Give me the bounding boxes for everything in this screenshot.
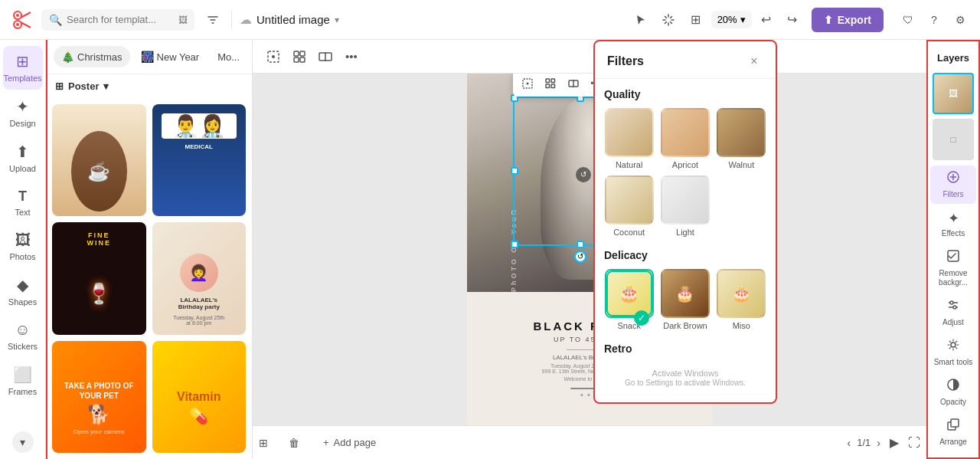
canvas-scroll[interactable]: Page 1 ⊞ ••• xyxy=(253,74,926,425)
filter-apricot-label: Apricot xyxy=(672,160,698,169)
right-tool-remove-bg[interactable]: Remove backgr... xyxy=(930,244,976,292)
template-card[interactable]: Vitamin 💊 CapCut xyxy=(152,341,247,453)
right-tool-opacity[interactable]: Opacity xyxy=(930,373,976,411)
settings-icon[interactable]: ⚙ xyxy=(949,9,971,31)
filter-dark-brown[interactable]: 🎂 Dark Brown xyxy=(660,269,710,330)
right-sidebar: Layers 🖼 □ www.typic.com ✦✦✦ UP TO 45% O… xyxy=(926,40,980,459)
file-name-chevron[interactable]: ▾ xyxy=(335,15,339,25)
image-search-icon[interactable]: 🖼 xyxy=(178,15,188,25)
right-tool-adjust[interactable]: Adjust xyxy=(930,293,976,332)
add-page-button[interactable]: + Add page xyxy=(314,432,385,453)
sel-flip-btn[interactable] xyxy=(564,74,583,93)
filter-walnut[interactable]: Walnut xyxy=(717,108,766,169)
tab-more[interactable]: Mo... xyxy=(210,47,247,67)
christmas-icon: 🎄 xyxy=(61,51,74,63)
retro-section-title: Retro xyxy=(604,343,766,355)
filters-tool-icon xyxy=(946,170,960,188)
handle-bl[interactable] xyxy=(511,241,518,248)
search-input[interactable] xyxy=(67,14,174,25)
file-name: Untitled image xyxy=(256,13,330,26)
pan-tool-btn[interactable] xyxy=(656,8,681,32)
filter-natural[interactable]: Natural xyxy=(604,108,654,169)
undo-btn[interactable]: ↩ xyxy=(755,8,778,31)
filter-natural-label: Natural xyxy=(616,160,642,169)
templates-tabs: 🎄 Christmas 🎆 New Year Mo... xyxy=(46,40,252,74)
grid-btn[interactable] xyxy=(288,45,311,68)
svg-rect-19 xyxy=(551,84,555,88)
template-card[interactable]: 👩‍🦱 LALALAEL'sBirthday party Tuesday, Au… xyxy=(152,222,247,334)
page-duplicate-btn[interactable]: ⊞ xyxy=(253,432,274,454)
filters-panel: Filters × Quality Natural xyxy=(593,40,777,404)
sidebar-templates-label: Templates xyxy=(3,74,41,84)
layer-thumb[interactable]: □ xyxy=(933,119,974,160)
layout-tool-btn[interactable]: ⊞ xyxy=(684,8,708,32)
sidebar-bottom: ▾ xyxy=(12,431,34,453)
templates-panel: 🎄 Christmas 🎆 New Year Mo... ⊞ Poster ▾ … xyxy=(46,40,253,459)
flip-btn[interactable] xyxy=(314,45,337,68)
shield-icon[interactable]: 🛡 xyxy=(897,9,919,31)
filter-coconut[interactable]: Coconut xyxy=(604,175,654,237)
help-icon[interactable]: ? xyxy=(923,9,945,31)
filter-icon[interactable] xyxy=(202,9,224,31)
sidebar-item-frames[interactable]: ⬜ Frames xyxy=(3,359,43,403)
layers-header: Layers xyxy=(928,48,978,71)
filter-light-label: Light xyxy=(676,228,694,237)
more-options-btn[interactable]: ••• xyxy=(340,45,363,68)
redo-btn[interactable]: ↪ xyxy=(781,8,804,31)
template-card-label: Vitamin xyxy=(177,390,221,404)
app-logo[interactable] xyxy=(9,8,34,32)
zoom-control[interactable]: 20% ▾ xyxy=(711,11,752,28)
sel-grid-btn[interactable] xyxy=(541,74,560,93)
page-prev-btn[interactable]: ‹ xyxy=(848,437,851,449)
adjust-tool-label: Adjust xyxy=(942,318,964,327)
sidebar-collapse-btn[interactable]: ▾ xyxy=(12,431,34,453)
sidebar-item-stickers[interactable]: ☺ Stickers xyxy=(3,315,43,358)
sidebar-item-upload[interactable]: ⬆ Upload xyxy=(3,136,43,180)
sidebar-item-text[interactable]: T Text xyxy=(3,182,43,224)
svg-point-28 xyxy=(950,301,953,304)
filter-light[interactable]: Light xyxy=(660,175,710,237)
tab-new-year[interactable]: 🎆 New Year xyxy=(133,46,207,67)
filter-miso[interactable]: 🎂 Miso xyxy=(717,269,766,330)
handle-bm[interactable] xyxy=(577,241,584,248)
filter-apricot[interactable]: Apricot xyxy=(660,108,710,169)
filter-light-thumb xyxy=(661,175,710,225)
crop-btn[interactable] xyxy=(262,45,285,68)
page-delete-btn[interactable]: 🗑 xyxy=(283,432,305,454)
filter-snack[interactable]: 🎂 ✓ Snack xyxy=(604,269,654,330)
tab-christmas[interactable]: 🎄 Christmas xyxy=(54,46,130,67)
poster-grid-icon: ⊞ xyxy=(55,80,64,92)
smart-tool-icon xyxy=(946,338,960,356)
layer-thumb[interactable]: 🖼 xyxy=(933,73,974,114)
filter-miso-label: Miso xyxy=(733,321,750,330)
rotate-handle[interactable]: ↺ xyxy=(574,251,586,263)
export-button[interactable]: ⬆ Export xyxy=(812,8,884,32)
sidebar-photos-label: Photos xyxy=(9,252,35,262)
canvas-area: ••• Page 1 ⊞ ••• xyxy=(253,40,926,459)
filters-close-btn[interactable]: × xyxy=(745,52,763,70)
sidebar-item-templates[interactable]: ⊞ Templates xyxy=(3,46,43,90)
fullscreen-btn[interactable]: ⛶ xyxy=(908,436,920,450)
shapes-icon: ◆ xyxy=(17,276,28,294)
right-tool-filters[interactable]: Filters xyxy=(930,166,976,204)
sidebar-item-design[interactable]: ✦ Design xyxy=(3,91,43,135)
template-card[interactable]: 👨‍⚕️👩‍⚕️ MEDICAL xyxy=(152,104,247,216)
template-card[interactable]: TAKE A PHOTO OF YOUR PET 🐕 Open your cam… xyxy=(52,341,146,453)
left-sidebar: ⊞ Templates ✦ Design ⬆ Upload T Text 🖼 P… xyxy=(0,40,46,459)
right-tool-arrange[interactable]: Arrange xyxy=(930,413,976,451)
poster-header[interactable]: ⊞ Poster ▾ xyxy=(46,74,252,98)
main-layout: ⊞ Templates ✦ Design ⬆ Upload T Text 🖼 P… xyxy=(0,40,980,459)
template-card[interactable]: FINE WINE 🍷 FASHION xyxy=(52,222,146,334)
sidebar-item-shapes[interactable]: ◆ Shapes xyxy=(3,270,43,313)
zoom-level: 20% xyxy=(717,14,737,25)
handle-lm[interactable] xyxy=(511,167,518,175)
right-tool-smart[interactable]: Smart tools xyxy=(930,333,976,372)
right-tool-effects[interactable]: ✦ Effects xyxy=(930,205,976,243)
sel-crop-btn[interactable] xyxy=(518,74,537,93)
select-tool-btn[interactable] xyxy=(629,8,653,32)
template-card[interactable]: ☕ xyxy=(52,104,146,216)
present-btn[interactable]: ▶ xyxy=(890,435,899,450)
filter-miso-thumb: 🎂 xyxy=(717,269,766,318)
sidebar-item-photos[interactable]: 🖼 Photos xyxy=(3,225,43,268)
page-next-btn[interactable]: › xyxy=(877,437,880,449)
